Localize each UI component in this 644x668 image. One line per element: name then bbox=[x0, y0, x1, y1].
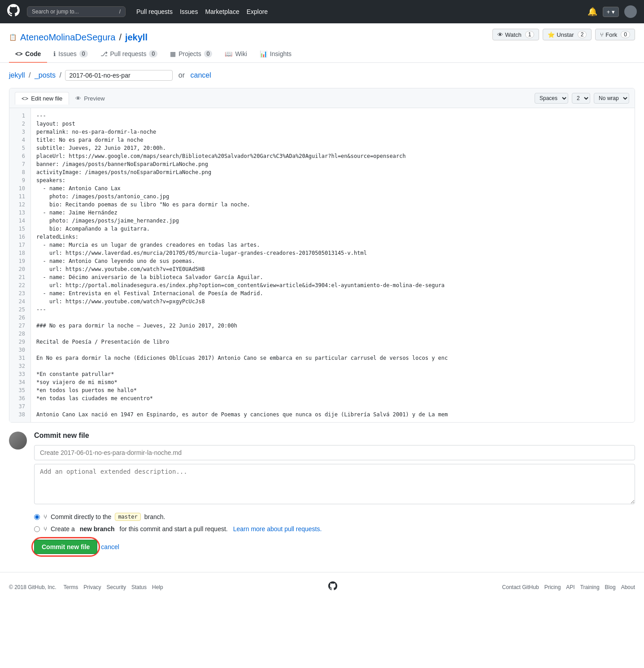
footer-api-link[interactable]: API bbox=[566, 584, 574, 590]
global-search[interactable]: Search or jump to... / bbox=[27, 6, 126, 17]
line-numbers: 1234567891011121314151617181920212223242… bbox=[9, 108, 31, 422]
edit-icon: <> bbox=[22, 95, 28, 102]
breadcrumb-cancel-link[interactable]: cancel bbox=[191, 71, 211, 79]
commit-message-input[interactable] bbox=[34, 445, 635, 460]
navbar: Search or jump to... / Pull requests Iss… bbox=[0, 0, 644, 23]
indent-size-select[interactable]: 2 bbox=[572, 93, 590, 104]
projects-badge: 0 bbox=[204, 50, 213, 57]
search-shortcut: / bbox=[119, 9, 121, 15]
nav-explore[interactable]: Explore bbox=[247, 8, 268, 15]
tab-insights[interactable]: 📊 Insights bbox=[253, 46, 298, 63]
commit-section: Commit new file ⑂ Commit directly to the… bbox=[9, 432, 635, 554]
code-icon: <> bbox=[15, 50, 22, 57]
commit-direct-option: ⑂ Commit directly to the master branch. bbox=[34, 513, 635, 521]
footer-contact-link[interactable]: Contact GitHub bbox=[502, 584, 539, 590]
footer-links: Terms Privacy Security Status Help bbox=[64, 584, 163, 590]
repo-owner-link[interactable]: AteneoMolinaDeSegura bbox=[20, 32, 115, 43]
commit-options: ⑂ Commit directly to the master branch. … bbox=[34, 513, 635, 533]
edit-tab[interactable]: <> Edit new file bbox=[15, 92, 69, 105]
breadcrumb: jekyll / _posts / or cancel bbox=[0, 63, 644, 88]
fork-count: 0 bbox=[621, 31, 630, 38]
indent-type-select[interactable]: Spaces bbox=[535, 93, 568, 104]
nav-issues[interactable]: Issues bbox=[180, 8, 198, 15]
search-placeholder: Search or jump to... bbox=[32, 9, 79, 15]
git-branch-icon: ⑂ bbox=[44, 513, 47, 520]
commit-branch-radio[interactable] bbox=[34, 526, 40, 532]
footer-github-logo bbox=[328, 581, 337, 593]
nav-marketplace[interactable]: Marketplace bbox=[205, 8, 239, 15]
preview-tab[interactable]: 👁 Preview bbox=[69, 92, 111, 105]
breadcrumb-repo-link[interactable]: jekyll bbox=[9, 71, 25, 79]
commit-new-file-button[interactable]: Commit new file bbox=[34, 540, 97, 554]
filename-input[interactable] bbox=[65, 70, 173, 81]
footer-blog-link[interactable]: Blog bbox=[605, 584, 616, 590]
commit-button-wrapper: Commit new file bbox=[34, 540, 97, 554]
commit-actions: Commit new file cancel bbox=[34, 540, 635, 554]
commit-form: Commit new file ⑂ Commit directly to the… bbox=[34, 432, 635, 554]
fork-button[interactable]: ⑂ Fork 0 bbox=[595, 29, 635, 40]
watch-button[interactable]: 👁 Watch 1 bbox=[492, 29, 539, 40]
editor-controls: Spaces 2 No wrap bbox=[535, 93, 629, 104]
footer-about-link[interactable]: About bbox=[621, 584, 635, 590]
learn-more-link[interactable]: Learn more about pull requests. bbox=[233, 525, 322, 533]
repo-tabs: <> Code ℹ Issues 0 ⎇ Pull requests 0 ▦ P… bbox=[0, 46, 644, 63]
commit-cancel-link[interactable]: cancel bbox=[101, 543, 119, 550]
breadcrumb-folder-link[interactable]: _posts bbox=[35, 71, 56, 79]
footer: © 2018 GitHub, Inc. Terms Privacy Securi… bbox=[0, 572, 644, 602]
tab-code[interactable]: <> Code bbox=[9, 46, 47, 63]
commit-form-title: Commit new file bbox=[34, 432, 635, 440]
commit-description-input[interactable] bbox=[34, 464, 635, 504]
github-logo-icon[interactable] bbox=[7, 4, 20, 19]
editor-body: 1234567891011121314151617181920212223242… bbox=[9, 108, 635, 422]
editor-header: <> Edit new file 👁 Preview Spaces 2 No w… bbox=[9, 88, 635, 108]
footer-pricing-link[interactable]: Pricing bbox=[544, 584, 561, 590]
unstar-button[interactable]: ⭐ Unstar 2 bbox=[543, 29, 592, 40]
footer-status-link[interactable]: Status bbox=[131, 584, 147, 590]
tab-projects[interactable]: ▦ Projects 0 bbox=[164, 46, 218, 63]
editor-tab-group: <> Edit new file 👁 Preview bbox=[15, 92, 111, 104]
footer-right-links: Contact GitHub Pricing API Training Blog… bbox=[502, 584, 635, 590]
eye-icon: 👁 bbox=[497, 31, 503, 38]
navbar-right: 🔔 + ▾ bbox=[587, 5, 637, 18]
star-icon: ⭐ bbox=[548, 31, 555, 38]
pr-badge: 0 bbox=[149, 50, 157, 57]
code-area[interactable]: ---layout: postpermalink: no-es-para-dor… bbox=[31, 108, 635, 422]
issues-badge: 0 bbox=[79, 50, 88, 57]
navbar-links: Pull requests Issues Marketplace Explore bbox=[136, 8, 268, 15]
footer-privacy-link[interactable]: Privacy bbox=[83, 584, 101, 590]
issue-icon: ℹ bbox=[53, 50, 56, 57]
repo-name-link[interactable]: jekyll bbox=[125, 32, 148, 43]
notifications-icon[interactable]: 🔔 bbox=[587, 7, 597, 17]
footer-training-link[interactable]: Training bbox=[580, 584, 600, 590]
insights-icon: 📊 bbox=[260, 50, 267, 57]
star-count: 2 bbox=[578, 31, 587, 38]
file-editor: <> Edit new file 👁 Preview Spaces 2 No w… bbox=[9, 88, 635, 423]
user-avatar[interactable] bbox=[624, 5, 637, 18]
wiki-icon: 📖 bbox=[225, 50, 232, 57]
commit-branch-option: ⑂ Create a new branch for this commit an… bbox=[34, 525, 635, 533]
projects-icon: ▦ bbox=[170, 50, 176, 57]
commit-direct-radio[interactable] bbox=[34, 514, 40, 520]
branch-name-badge: master bbox=[115, 513, 140, 521]
footer-terms-link[interactable]: Terms bbox=[64, 584, 78, 590]
footer-security-link[interactable]: Security bbox=[107, 584, 126, 590]
pr-branch-icon: ⑂ bbox=[44, 525, 47, 533]
footer-copyright: © 2018 GitHub, Inc. bbox=[9, 584, 57, 590]
footer-help-link[interactable]: Help bbox=[152, 584, 163, 590]
pr-icon: ⎇ bbox=[100, 50, 108, 57]
preview-icon: 👁 bbox=[75, 95, 81, 102]
tab-issues[interactable]: ℹ Issues 0 bbox=[47, 46, 94, 63]
tab-wiki[interactable]: 📖 Wiki bbox=[218, 46, 253, 63]
create-new-button[interactable]: + ▾ bbox=[603, 7, 619, 17]
repo-actions: 👁 Watch 1 ⭐ Unstar 2 ⑂ Fork 0 bbox=[492, 29, 635, 40]
repo-type-icon: 📋 bbox=[9, 34, 17, 41]
nav-pull-requests[interactable]: Pull requests bbox=[136, 8, 173, 15]
wrap-select[interactable]: No wrap bbox=[594, 93, 629, 104]
user-avatar-commit bbox=[9, 432, 27, 450]
fork-icon: ⑂ bbox=[600, 31, 604, 38]
watch-count: 1 bbox=[525, 31, 535, 38]
tab-pull-requests[interactable]: ⎇ Pull requests 0 bbox=[94, 46, 164, 63]
repo-title: 📋 AteneoMolinaDeSegura / jekyll bbox=[9, 32, 148, 43]
